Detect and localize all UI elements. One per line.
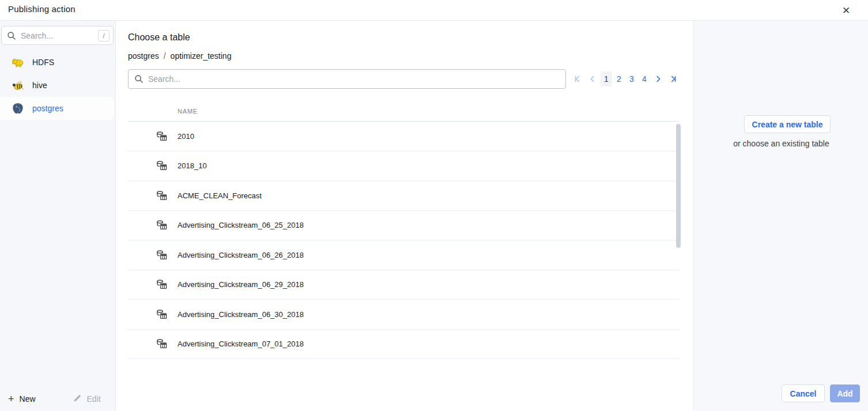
pagination: 1 2 3 4 [571,71,681,86]
edit-label: Edit [87,394,101,404]
new-label: New [20,394,36,404]
next-page-icon[interactable] [651,71,665,86]
database-table-icon [156,160,167,171]
breadcrumb: postgres / optimizer_testing [128,51,231,61]
create-new-table-button[interactable]: Create a new table [744,115,831,133]
sidebar-search-input[interactable] [21,31,98,40]
database-table-icon [156,279,167,290]
page-number-1[interactable]: 1 [601,71,612,86]
table-name: Advertising_Clickstream_07_01_2018 [178,340,304,348]
table-name: 2018_10 [178,161,207,170]
table-row[interactable]: 2018_10 [128,152,679,182]
or-choose-existing-text: or choose an existing table [694,139,868,148]
first-page-icon[interactable] [571,71,584,86]
last-page-icon[interactable] [666,71,680,86]
cancel-button[interactable]: Cancel [782,384,825,402]
previous-page-icon[interactable] [586,71,599,86]
database-table-icon [156,309,167,320]
table-row[interactable]: ACME_CLEAN_Forecast [128,181,679,211]
table-row[interactable]: Advertising_Clickstream_06_26_2018 [128,240,679,270]
page-number-4[interactable]: 4 [639,71,650,86]
breadcrumb-separator: / [164,51,166,61]
database-table-icon [156,250,167,261]
breadcrumb-schema[interactable]: optimizer_testing [171,51,232,61]
breadcrumb-database[interactable]: postgres [128,51,159,61]
publishing-action-dialog: Publishing action ✕ / [0,0,868,411]
close-icon[interactable]: ✕ [839,3,853,17]
source-list: HDFS hive [0,51,116,120]
table-scrollbar-thumb[interactable] [676,124,681,248]
hive-bee-icon [12,79,24,92]
page-title: Choose a table [128,32,190,43]
table-name: Advertising_Clickstream_06_26_2018 [178,251,304,259]
sources-sidebar: / HDFS [0,21,116,411]
plus-icon: + [8,394,14,404]
add-button[interactable]: Add [830,384,860,402]
table-rows: 2010 2018_10 ACME_CLEAN_Forecast Adverti… [128,122,679,359]
page-number-2[interactable]: 2 [613,71,625,86]
search-icon [134,74,144,84]
dialog-header: Publishing action ✕ [0,0,868,21]
table-row[interactable]: Advertising_Clickstream_06_25_2018 [128,211,679,241]
page-number-3[interactable]: 3 [626,71,637,86]
new-connection-button[interactable]: + New [8,394,36,404]
dialog-title: Publishing action [8,4,76,14]
table-controls-row: 1 2 3 4 [128,69,681,89]
table-search-box[interactable] [128,69,566,89]
pencil-icon [73,394,82,404]
sidebar-item-postgres[interactable]: postgres [0,97,114,120]
sidebar-footer: + New Edit [0,387,116,411]
table-name: Advertising_Clickstream_06_30_2018 [178,310,304,319]
action-side-panel: Create a new table or choose an existing… [693,21,868,411]
postgres-elephant-icon [12,102,24,115]
table-header: NAME [128,101,679,122]
table-row[interactable]: 2010 [128,122,679,152]
sidebar-search-box[interactable]: / [1,26,114,45]
table-name: ACME_CLEAN_Forecast [178,191,262,200]
database-table-icon [156,131,167,142]
table-name: Advertising_Clickstream_06_25_2018 [178,221,304,229]
sidebar-item-label: hive [32,81,47,90]
table-row[interactable]: Advertising_Clickstream_06_29_2018 [128,270,679,300]
database-table-icon [156,220,167,231]
table-row[interactable]: Advertising_Clickstream_07_01_2018 [128,330,679,360]
database-table-icon [156,190,167,201]
table-search-input[interactable] [148,74,560,84]
table-picker-panel: Choose a table postgres / optimizer_test… [116,21,693,411]
sidebar-item-hdfs[interactable]: HDFS [0,51,116,74]
slash-shortcut-badge: / [98,30,110,42]
edit-connection-button[interactable]: Edit [73,394,101,404]
database-table-icon [156,338,167,349]
dialog-footer-buttons: Cancel Add [782,384,860,402]
sidebar-item-label: HDFS [32,58,54,67]
sidebar-item-hive[interactable]: hive [0,74,116,97]
search-icon [6,31,17,41]
hadoop-elephant-icon [12,56,24,69]
table-name: Advertising_Clickstream_06_29_2018 [178,280,304,289]
sidebar-item-label: postgres [32,104,63,113]
name-column-header: NAME [178,108,198,115]
table-row[interactable]: Advertising_Clickstream_06_30_2018 [128,300,679,330]
table-name: 2010 [178,132,194,141]
